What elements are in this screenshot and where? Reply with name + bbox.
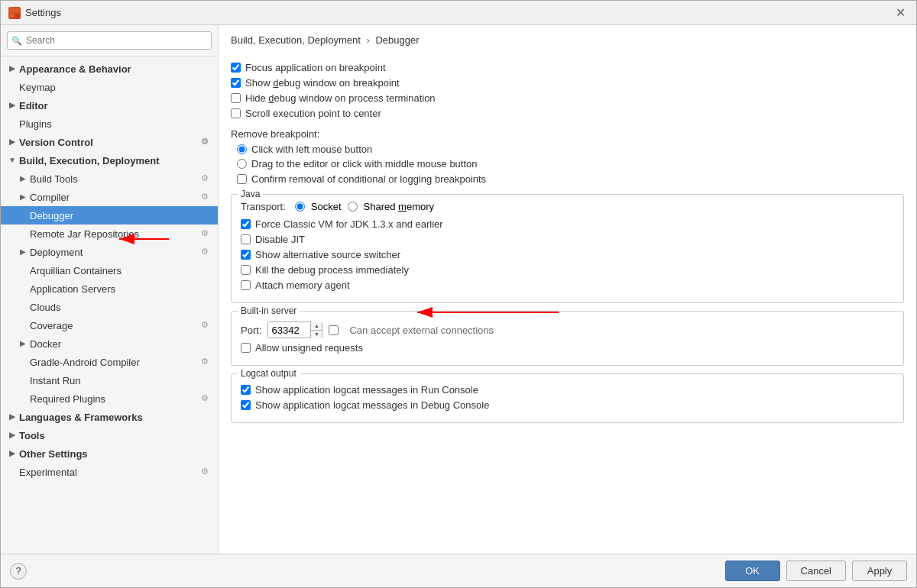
confirm-removal-label[interactable]: Confirm removal of conditional or loggin… (251, 173, 486, 185)
svg-rect-0 (10, 8, 14, 12)
show-logcat-debug-checkbox[interactable] (241, 400, 251, 410)
search-input[interactable] (7, 31, 212, 50)
sidebar: 🔍 ▶ Appearance & Behavior ▶ Keymap (1, 25, 219, 554)
can-accept-label[interactable]: Can accept external connections (349, 325, 494, 336)
settings-area: Focus application on breakpoint Show deb… (219, 52, 916, 554)
sidebar-item-build-tools[interactable]: ▶ Build Tools ⚙ (1, 170, 218, 188)
scroll-execution-checkbox[interactable] (231, 108, 241, 118)
sidebar-item-tools[interactable]: ▶ Tools (1, 426, 218, 444)
sidebar-item-docker[interactable]: ▶ Docker (1, 334, 218, 353)
socket-radio[interactable] (295, 202, 305, 212)
allow-unsigned-row: Allow unsigned requests (241, 342, 894, 354)
cancel-button[interactable]: Cancel (786, 561, 846, 581)
show-debug-row: Show debug window on breakpoint (231, 77, 904, 89)
scroll-execution-label[interactable]: Scroll execution point to center (245, 108, 381, 119)
spinner-up-button[interactable]: ▲ (311, 321, 322, 330)
apply-button[interactable]: Apply (852, 561, 907, 581)
hide-debug-checkbox[interactable] (231, 93, 241, 103)
hide-debug-label[interactable]: Hide debug window on process termination (245, 92, 436, 104)
show-logcat-debug-row: Show application logcat messages in Debu… (241, 399, 894, 411)
sidebar-item-clouds[interactable]: ▶ Clouds (1, 298, 218, 316)
chevron-right-icon: ▶ (7, 63, 18, 74)
gear-icon: ⚙ (201, 228, 212, 239)
click-left-label[interactable]: Click with left mouse button (251, 144, 372, 155)
port-input[interactable] (268, 322, 310, 338)
spinner-down-button[interactable]: ▼ (311, 331, 322, 339)
show-logcat-run-checkbox[interactable] (241, 385, 251, 395)
click-left-radio[interactable] (237, 144, 247, 154)
sidebar-item-label: Debugger (30, 210, 73, 221)
kill-debug-checkbox[interactable] (241, 265, 251, 275)
sidebar-item-languages[interactable]: ▶ Languages & Frameworks (1, 408, 218, 426)
attach-memory-label[interactable]: Attach memory agent (255, 279, 350, 291)
gear-icon: ⚙ (201, 247, 212, 257)
sidebar-item-label: Plugins (19, 118, 52, 130)
help-button[interactable]: ? (10, 563, 27, 580)
drag-editor-label[interactable]: Drag to the editor or click with middle … (251, 158, 478, 170)
chevron-right-icon: ▶ (7, 100, 18, 111)
kill-debug-label[interactable]: Kill the debug process immediately (255, 264, 409, 276)
sidebar-item-plugins[interactable]: ▶ Plugins (1, 115, 218, 133)
force-classic-label[interactable]: Force Classic VM for JDK 1.3.x and earli… (255, 218, 443, 230)
sidebar-item-label: Build Tools (30, 173, 78, 185)
sidebar-item-coverage[interactable]: ▶ Coverage ⚙ (1, 316, 218, 334)
sidebar-item-label: Languages & Frameworks (19, 412, 143, 423)
port-row: Port: ▲ ▼ Can accept external connection… (241, 321, 894, 338)
drag-editor-radio[interactable] (237, 159, 247, 169)
focus-app-checkbox[interactable] (231, 63, 241, 73)
sidebar-item-compiler[interactable]: ▶ Compiler ⚙ (1, 188, 218, 206)
sidebar-item-remote-jar[interactable]: ▶ Remote Jar Repositories ⚙ (1, 225, 218, 243)
remove-breakpoint-label: Remove breakpoint: (231, 128, 904, 140)
can-accept-checkbox[interactable] (329, 325, 339, 335)
sidebar-item-editor[interactable]: ▶ Editor (1, 96, 218, 115)
sidebar-item-label: Instant Run (30, 375, 81, 386)
sidebar-item-required-plugins[interactable]: ▶ Required Plugins ⚙ (1, 389, 218, 408)
show-alt-source-checkbox[interactable] (241, 250, 251, 260)
disable-jit-checkbox[interactable] (241, 234, 251, 244)
shared-memory-label[interactable]: Shared memory (364, 201, 435, 212)
confirm-removal-checkbox[interactable] (237, 174, 247, 184)
sidebar-item-arquillian[interactable]: ▶ Arquillian Containers (1, 261, 218, 279)
sidebar-item-app-servers[interactable]: ▶ Application Servers (1, 279, 218, 298)
focus-app-label[interactable]: Focus application on breakpoint (245, 62, 386, 73)
shared-memory-radio[interactable] (348, 202, 358, 212)
socket-label[interactable]: Socket (311, 201, 342, 212)
show-debug-checkbox[interactable] (231, 78, 241, 88)
sidebar-item-experimental[interactable]: ▶ Experimental ⚙ (1, 463, 218, 481)
transport-label: Transport: (241, 201, 286, 212)
attach-memory-checkbox[interactable] (241, 280, 251, 290)
show-logcat-run-label[interactable]: Show application logcat messages in Run … (255, 384, 478, 396)
allow-unsigned-checkbox[interactable] (241, 343, 251, 353)
builtin-server-title: Built-in server (238, 305, 300, 316)
chevron-right-icon: ▶ (7, 137, 18, 147)
sidebar-item-deployment[interactable]: ▶ Deployment ⚙ (1, 243, 218, 261)
sidebar-item-instant-run[interactable]: ▶ Instant Run (1, 371, 218, 389)
sidebar-item-version-control[interactable]: ▶ Version Control ⚙ (1, 133, 218, 151)
logcat-group: Logcat output Show application logcat me… (231, 373, 904, 423)
sidebar-item-keymap[interactable]: ▶ Keymap (1, 78, 218, 96)
force-classic-checkbox[interactable] (241, 219, 251, 229)
sidebar-item-appearance[interactable]: ▶ Appearance & Behavior (1, 60, 218, 78)
sidebar-item-label: Clouds (30, 302, 60, 313)
show-logcat-debug-label[interactable]: Show application logcat messages in Debu… (255, 399, 489, 411)
sidebar-item-build-execution[interactable]: ▼ Build, Execution, Deployment (1, 151, 218, 170)
scroll-execution-row: Scroll execution point to center (231, 108, 904, 119)
show-debug-label[interactable]: Show debug window on breakpoint (245, 77, 400, 89)
dialog-body: 🔍 ▶ Appearance & Behavior ▶ Keymap (1, 25, 916, 554)
force-classic-row: Force Classic VM for JDK 1.3.x and earli… (241, 218, 894, 230)
sidebar-item-debugger[interactable]: ▶ Debugger (1, 206, 218, 225)
sidebar-item-label: Remote Jar Repositories (30, 228, 139, 240)
sidebar-item-gradle-android[interactable]: ▶ Gradle-Android Compiler ⚙ (1, 353, 218, 371)
svg-rect-1 (15, 8, 19, 12)
sidebar-item-label: Application Servers (30, 283, 115, 295)
sidebar-item-other-settings[interactable]: ▶ Other Settings (1, 444, 218, 463)
sidebar-item-label: Gradle-Android Compiler (30, 357, 140, 368)
gear-icon: ⚙ (201, 393, 212, 404)
show-alt-source-label[interactable]: Show alternative source switcher (255, 249, 400, 260)
close-button[interactable]: ✕ (893, 5, 909, 21)
disable-jit-label[interactable]: Disable JIT (255, 234, 305, 245)
search-icon: 🔍 (11, 36, 22, 46)
chevron-right-icon: ▶ (18, 192, 28, 202)
ok-button[interactable]: OK (725, 561, 780, 581)
allow-unsigned-label[interactable]: Allow unsigned requests (255, 342, 363, 354)
